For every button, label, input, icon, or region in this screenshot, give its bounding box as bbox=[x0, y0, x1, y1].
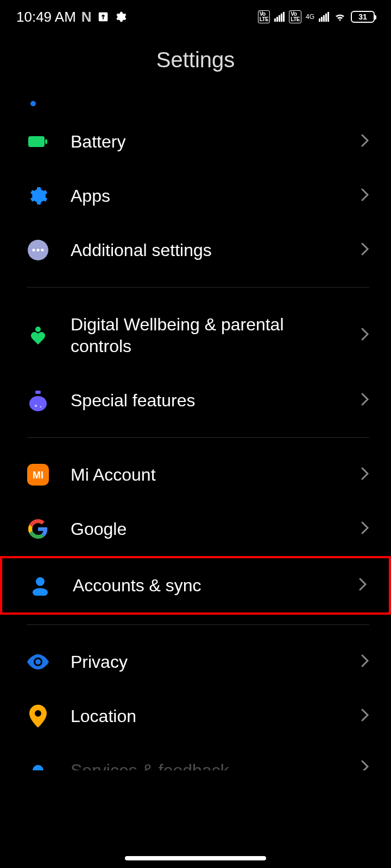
mi-logo-icon: MI bbox=[27, 464, 49, 486]
netflix-n-icon: N bbox=[81, 9, 92, 25]
unknown-icon bbox=[27, 93, 49, 114]
svg-point-8 bbox=[35, 327, 41, 332]
settings-item-battery[interactable]: Battery bbox=[0, 114, 391, 169]
battery-icon: 31 bbox=[351, 11, 375, 23]
settings-item-services[interactable]: Services & feedback bbox=[0, 743, 391, 770]
svg-rect-2 bbox=[28, 136, 45, 147]
status-bar: 10:49 AM N VoLTE VoLTE 4G 31 bbox=[0, 0, 391, 33]
item-label: Apps bbox=[71, 185, 339, 207]
item-label: Location bbox=[71, 705, 339, 727]
chevron-right-icon bbox=[361, 327, 369, 343]
svg-text:MI: MI bbox=[33, 470, 43, 481]
svg-point-6 bbox=[37, 249, 40, 252]
settings-item-accounts-sync[interactable]: Accounts & sync bbox=[0, 556, 391, 615]
page-title: Settings bbox=[0, 33, 391, 90]
network-type-label: 4G bbox=[306, 13, 314, 21]
section-divider bbox=[27, 437, 369, 438]
svg-point-16 bbox=[33, 588, 48, 596]
chevron-right-icon bbox=[361, 654, 369, 670]
google-logo-icon bbox=[27, 518, 49, 540]
eye-icon bbox=[27, 651, 49, 673]
signal-icon bbox=[274, 12, 285, 22]
svg-point-17 bbox=[35, 659, 41, 665]
item-label: Google bbox=[71, 518, 339, 540]
person-icon bbox=[29, 575, 51, 596]
svg-point-5 bbox=[33, 249, 35, 252]
more-dots-icon bbox=[27, 239, 49, 261]
settings-item-location[interactable]: Location bbox=[0, 689, 391, 743]
battery-icon bbox=[27, 131, 49, 152]
item-label: Battery bbox=[71, 131, 339, 152]
settings-item-additional[interactable]: Additional settings bbox=[0, 223, 391, 277]
svg-rect-9 bbox=[35, 391, 41, 394]
item-label: Special features bbox=[71, 390, 339, 411]
item-label: Additional settings bbox=[71, 239, 339, 261]
settings-item-miaccount[interactable]: MI Mi Account bbox=[0, 448, 391, 502]
svg-point-10 bbox=[29, 396, 47, 411]
signal-icon bbox=[319, 12, 329, 22]
item-label: Mi Account bbox=[71, 464, 339, 486]
settings-item-apps[interactable]: Apps bbox=[0, 169, 391, 223]
flask-icon bbox=[27, 390, 49, 411]
item-label: Digital Wellbeing & parental controls bbox=[71, 314, 339, 357]
svg-point-18 bbox=[33, 765, 43, 770]
wifi-icon bbox=[333, 11, 346, 22]
chevron-right-icon bbox=[361, 133, 369, 150]
gear-icon bbox=[115, 11, 127, 23]
volte-icon: VoLTE bbox=[289, 10, 301, 23]
settings-item-google[interactable]: Google bbox=[0, 502, 391, 556]
chevron-right-icon bbox=[361, 188, 369, 204]
heart-person-icon bbox=[27, 324, 49, 346]
section-divider bbox=[27, 624, 369, 625]
chevron-right-icon bbox=[358, 577, 367, 593]
svg-rect-3 bbox=[45, 139, 47, 144]
item-label: Services & feedback bbox=[71, 760, 339, 770]
chevron-right-icon bbox=[361, 521, 369, 537]
section-divider bbox=[27, 287, 369, 288]
home-indicator[interactable] bbox=[125, 856, 266, 860]
settings-list: Battery Apps Additional settings Digital… bbox=[0, 114, 391, 770]
volte-icon: VoLTE bbox=[258, 10, 270, 23]
partial-item[interactable] bbox=[0, 90, 391, 114]
svg-point-15 bbox=[36, 577, 45, 586]
svg-point-12 bbox=[40, 406, 42, 408]
svg-point-11 bbox=[35, 405, 37, 407]
status-right: VoLTE VoLTE 4G 31 bbox=[258, 10, 375, 23]
svg-point-7 bbox=[41, 249, 44, 252]
settings-item-wellbeing[interactable]: Digital Wellbeing & parental controls bbox=[0, 297, 391, 373]
upload-icon bbox=[97, 11, 109, 23]
item-label: Privacy bbox=[71, 651, 339, 673]
chevron-right-icon bbox=[361, 242, 369, 258]
status-left: 10:49 AM N bbox=[16, 9, 127, 25]
location-pin-icon bbox=[27, 705, 49, 727]
settings-item-special[interactable]: Special features bbox=[0, 373, 391, 427]
item-label: Accounts & sync bbox=[73, 575, 337, 596]
clock-text: 10:49 AM bbox=[16, 9, 76, 25]
settings-item-privacy[interactable]: Privacy bbox=[0, 635, 391, 689]
unknown-icon bbox=[27, 760, 49, 770]
chevron-right-icon bbox=[361, 760, 369, 770]
svg-point-1 bbox=[30, 101, 36, 106]
chevron-right-icon bbox=[361, 708, 369, 724]
gear-icon bbox=[27, 185, 49, 207]
chevron-right-icon bbox=[361, 467, 369, 483]
chevron-right-icon bbox=[361, 392, 369, 409]
